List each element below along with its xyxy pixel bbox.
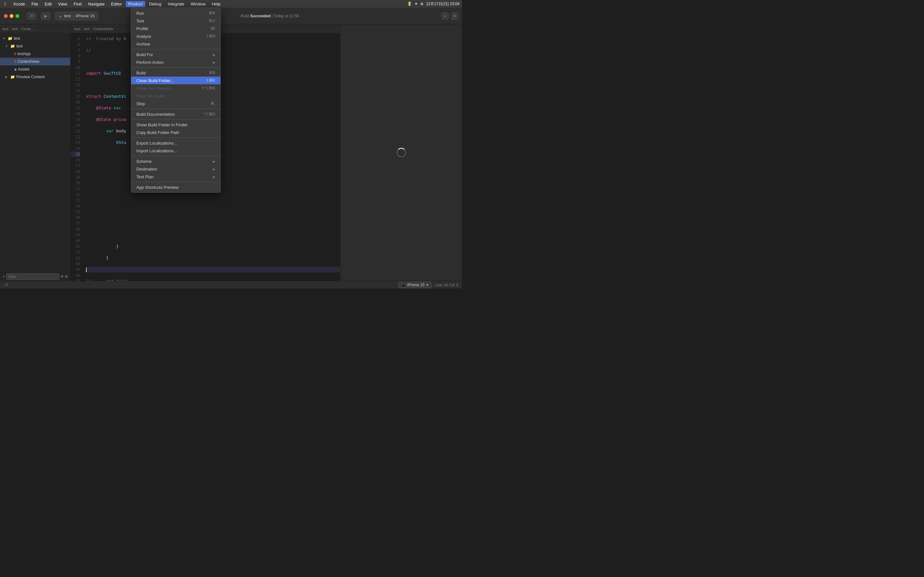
window-controls — [4, 14, 19, 18]
run-button[interactable]: ▶ — [41, 13, 50, 19]
menu-sep-3 — [131, 109, 220, 109]
menu-label-app-shortcuts: App Shortcuts Preview — [136, 185, 179, 190]
menu-item-analyze[interactable]: Analyze ⇧⌘B — [131, 32, 220, 40]
menubar-debug[interactable]: Debug — [147, 1, 164, 7]
view-options-icon[interactable]: ⊞ — [65, 274, 68, 279]
breadcrumb-conte[interactable]: Conte... — [21, 27, 34, 31]
asset-icon: ◈ — [14, 67, 17, 71]
tree-label-testapp: testApp — [18, 52, 31, 56]
editor-bc-test[interactable]: test — [74, 27, 80, 31]
swift-icon-testapp: S — [14, 52, 16, 56]
build-status: Build Succeeded | Today at 21:56 — [241, 14, 299, 18]
menubar-edit[interactable]: Edit — [42, 1, 54, 7]
menu-label-build: Build — [136, 71, 145, 75]
menu-item-test-plan[interactable]: Test Plan — [131, 173, 220, 181]
sidebar-item-root-test[interactable]: ▼ 📁 test — [0, 35, 70, 42]
menu-label-destination: Destination — [136, 167, 157, 171]
sidebar-toggle[interactable]: ⊟ — [27, 13, 36, 19]
menu-shortcut-stop: ⌘. — [210, 101, 215, 106]
menu-item-run[interactable]: Run ⌘R — [131, 9, 220, 17]
menu-label-test-plan: Test Plan — [136, 174, 153, 179]
menubar-right: 🔋 ✦ ⊛ 12月17日(日) 23:04 — [407, 1, 459, 7]
menu-shortcut-build-doc: ^⇧⌘D — [204, 112, 215, 116]
sidebar-item-test[interactable]: ▼ 📁 test — [0, 42, 70, 50]
menu-sep-4 — [131, 119, 220, 119]
menu-item-clean-build[interactable]: Clean Build Folder... ⇧⌘K — [131, 77, 220, 84]
editor-bc-test2[interactable]: test — [84, 27, 89, 31]
menu-sep-2 — [131, 67, 220, 68]
tree-label-test: test — [16, 44, 23, 48]
menu-item-test[interactable]: Test ⌘U — [131, 17, 220, 25]
menubar-window[interactable]: Window — [188, 1, 208, 7]
menu-sep-7 — [131, 182, 220, 182]
menubar-navigate[interactable]: Navigate — [86, 1, 107, 7]
sort-icon[interactable]: ⊕ — [61, 274, 63, 279]
menu-shortcut-build: ⌘B — [209, 71, 215, 75]
menubar:  Xcode File Edit View Find Navigate Edi… — [0, 0, 462, 8]
menu-item-show-build-folder[interactable]: Show Build Folder in Finder — [131, 121, 220, 129]
menu-item-import-loc[interactable]: Import Localizations... — [131, 147, 220, 155]
menubar-product[interactable]: Product — [126, 1, 145, 7]
menu-item-app-shortcuts[interactable]: App Shortcuts Preview — [131, 183, 220, 191]
layout-button[interactable]: ⊞ — [451, 13, 458, 19]
menu-item-destination[interactable]: Destination — [131, 165, 220, 173]
status-branch: ⎇ — [4, 283, 8, 287]
minimize-button[interactable] — [10, 14, 13, 18]
menu-item-build[interactable]: Build ⌘B — [131, 69, 220, 77]
menu-label-build-for: Build For — [136, 52, 153, 57]
preview-spinner — [397, 148, 406, 157]
breadcrumb-test1[interactable]: test — [3, 27, 8, 31]
device-selector-status[interactable]: 📱 iPhone 15 ▼ — [398, 282, 431, 288]
menubar-view[interactable]: View — [55, 1, 69, 7]
filter-input[interactable] — [6, 274, 59, 280]
menu-sep-5 — [131, 137, 220, 138]
menubar-find[interactable]: Find — [71, 1, 84, 7]
add-button[interactable]: + — [441, 13, 449, 19]
menu-item-clean-test: Clean Test Results ⇧⌥⌘K — [131, 84, 220, 92]
menu-label-clean-build: Clean Build Folder... — [136, 78, 174, 83]
submenu-arrow-build-for — [213, 53, 215, 56]
menu-shortcut-analyze: ⇧⌘B — [206, 34, 215, 39]
swift-icon-contentview: S — [14, 60, 16, 63]
menu-item-export-loc[interactable]: Export Localizations... — [131, 139, 220, 147]
menu-label-import-loc: Import Localizations... — [136, 148, 177, 153]
menu-shortcut-clean-build: ⇧⌘K — [206, 78, 215, 83]
menu-item-profile[interactable]: Profile ⌘I — [131, 25, 220, 32]
menu-item-build-for[interactable]: Build For — [131, 51, 220, 58]
submenu-arrow-test-plan — [213, 175, 215, 179]
menu-item-archive[interactable]: Archive — [131, 40, 220, 48]
sidebar-item-assets[interactable]: ▼ ◈ Assets — [0, 65, 70, 73]
maximize-button[interactable] — [15, 14, 19, 18]
sidebar-tree: ▼ 📁 test ▼ 📁 test ▼ S testApp ▼ S Conten… — [0, 33, 70, 272]
sidebar-item-testapp[interactable]: ▼ S testApp — [0, 50, 70, 58]
add-group-icon[interactable]: + — [3, 274, 5, 279]
disclosure-assets: ▼ — [9, 68, 13, 71]
battery-icon: 🔋 — [407, 2, 412, 6]
status-right: 📱 iPhone 15 ▼ Line: 26 Col: 5 — [398, 282, 458, 288]
menu-item-copy-build-path[interactable]: Copy Build Folder Path — [131, 129, 220, 136]
menubar-help[interactable]: Help — [210, 1, 223, 7]
menu-item-perform-action[interactable]: Perform Action — [131, 58, 220, 66]
menu-shortcut-clean-test: ⇧⌥⌘K — [201, 86, 215, 90]
submenu-arrow-scheme — [213, 160, 215, 163]
apple-menu-icon[interactable]:  — [3, 1, 8, 6]
product-dropdown-menu: Run ⌘R Test ⌘U Profile ⌘I Analyze ⇧⌘B Ar… — [131, 8, 221, 193]
menubar-xcode[interactable]: Xcode — [11, 1, 27, 7]
sidebar: test › test › Conte... ▼ 📁 test ▼ 📁 test… — [0, 24, 71, 281]
menubar-editor[interactable]: Editor — [108, 1, 124, 7]
menu-item-build-doc[interactable]: Build Documentation ^⇧⌘D — [131, 110, 220, 118]
menubar-file[interactable]: File — [29, 1, 41, 7]
menu-item-scheme[interactable]: Scheme — [131, 157, 220, 165]
breadcrumb-test2[interactable]: test — [12, 27, 18, 31]
editor-bc-contentview[interactable]: ContentView — [94, 27, 113, 31]
toolbar: ⊟ ▶ ▲ test › iPhone 15 Build Succeeded |… — [0, 8, 462, 24]
menu-item-stop[interactable]: Stop ⌘. — [131, 100, 220, 107]
menubar-integrate[interactable]: Integrate — [165, 1, 187, 7]
sidebar-item-contentview[interactable]: ▼ S ContentView — [0, 58, 70, 65]
scheme-selector[interactable]: ▲ test › iPhone 15 — [55, 12, 98, 20]
sidebar-item-preview-content[interactable]: ▶ 📁 Preview Content — [0, 73, 70, 81]
sidebar-footer: + ⊕ ⊞ — [0, 272, 70, 281]
menu-label-analyze: Analyze — [136, 34, 151, 39]
menu-label-show-build-folder: Show Build Folder in Finder — [136, 122, 188, 127]
close-button[interactable] — [4, 14, 8, 18]
